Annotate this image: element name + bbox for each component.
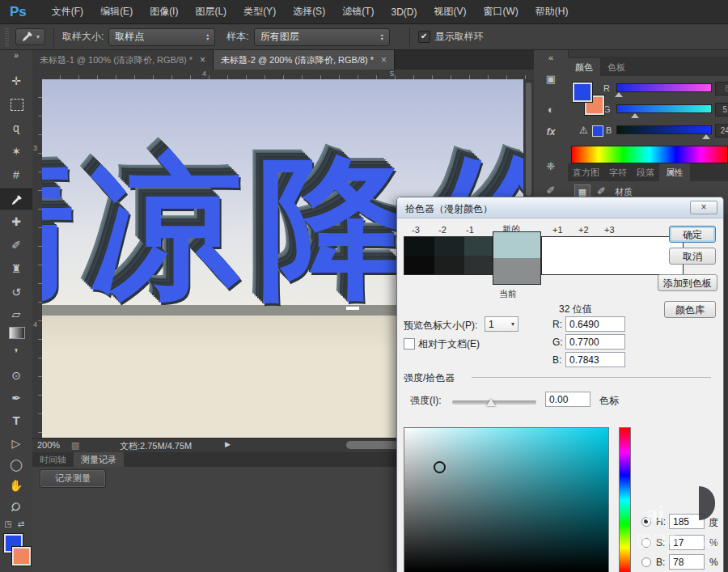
sample-dropdown[interactable]: 所有图层 ▴▾ xyxy=(254,28,390,46)
styles-icon[interactable]: fx xyxy=(534,126,568,138)
magic-wand-tool[interactable]: ✶ xyxy=(0,142,32,161)
close-icon[interactable]: × xyxy=(200,54,205,66)
menu-edit[interactable]: 编辑(E) xyxy=(100,5,133,19)
pen-tool[interactable]: ✒ xyxy=(0,388,32,408)
h-input[interactable]: 185 xyxy=(669,514,705,529)
h-radio[interactable] xyxy=(641,517,651,527)
crop-tool[interactable]: # xyxy=(0,165,32,184)
channel-b-value[interactable]: 245 xyxy=(715,124,728,138)
ok-button[interactable]: 确定 xyxy=(669,226,716,243)
material-brush-icon[interactable]: ✐ xyxy=(597,185,606,197)
menu-window[interactable]: 窗口(W) xyxy=(483,5,518,19)
menu-layer[interactable]: 图层(L) xyxy=(195,5,226,19)
record-measurements-button[interactable]: 记录测量 xyxy=(40,470,105,487)
background-color-swatch[interactable] xyxy=(12,547,31,566)
move-tool[interactable]: ✛ xyxy=(0,71,32,91)
swap-colors-icon[interactable]: ⇄ xyxy=(13,518,29,531)
intensity-input[interactable]: 0.00 xyxy=(545,392,590,407)
menu-image[interactable]: 图像(I) xyxy=(150,5,178,19)
menu-filter[interactable]: 滤镜(T) xyxy=(342,5,374,19)
stop-swatch[interactable] xyxy=(434,256,464,274)
add-to-swatches-button[interactable]: 添加到色板 xyxy=(658,274,717,291)
r32-input[interactable]: 0.6490 xyxy=(565,316,625,332)
channel-g-slider[interactable] xyxy=(616,104,712,113)
status-play-icon[interactable]: ▶ xyxy=(225,440,231,448)
menu-file[interactable]: 文件(F) xyxy=(52,5,83,19)
channel-g-value[interactable]: 51 xyxy=(715,103,728,117)
tab-swatches[interactable]: 色板 xyxy=(600,58,633,76)
brush-tool[interactable]: ✐ xyxy=(0,235,32,255)
eyedropper-tool-chip[interactable]: ▾ xyxy=(15,28,45,45)
clone-source-icon[interactable]: ▣ xyxy=(534,73,568,85)
zoom-level[interactable]: 200% xyxy=(37,440,60,450)
tab-paragraph[interactable]: 段落 xyxy=(632,163,659,181)
menu-3d[interactable]: 3D(D) xyxy=(391,6,417,18)
close-icon[interactable]: × xyxy=(381,54,387,66)
dialog-close-button[interactable]: × xyxy=(690,201,717,214)
b-radio[interactable] xyxy=(641,557,651,567)
intensity-slider-thumb[interactable] xyxy=(486,399,496,406)
stop-swatch[interactable] xyxy=(434,237,464,256)
menu-select[interactable]: 选择(S) xyxy=(293,5,325,19)
healing-brush-tool[interactable]: ✚ xyxy=(0,212,32,231)
show-ring-checkbox[interactable]: ✔ xyxy=(418,31,430,43)
tab-measurement-log[interactable]: 测量记录 xyxy=(74,452,124,467)
ellipse-shape-tool[interactable]: ◯ xyxy=(0,455,32,474)
eraser-tool[interactable]: ▱ xyxy=(0,304,32,324)
menu-help[interactable]: 帮助(H) xyxy=(535,5,569,19)
dodge-tool[interactable]: ⊙ xyxy=(0,366,32,385)
lasso-tool[interactable]: ɋ xyxy=(0,118,32,138)
gamut-proof-swatch[interactable] xyxy=(592,125,603,137)
color-spectrum-ramp[interactable] xyxy=(571,146,728,163)
s-input[interactable]: 17 xyxy=(669,535,705,550)
channel-r-slider[interactable] xyxy=(616,83,712,92)
menu-type[interactable]: 类型(Y) xyxy=(243,5,276,19)
cancel-button[interactable]: 取消 xyxy=(669,248,716,265)
channel-g-thumb[interactable] xyxy=(631,113,639,118)
adjustments-icon[interactable]: ◐ xyxy=(534,104,568,116)
tool-presets-icon[interactable]: ✐ xyxy=(534,184,568,197)
menu-view[interactable]: 视图(V) xyxy=(434,5,466,19)
tab-color[interactable]: 颜色 xyxy=(568,58,600,76)
stop-swatch[interactable] xyxy=(404,256,434,274)
panel-foreground-swatch[interactable] xyxy=(573,83,592,102)
eyedropper-tool[interactable] xyxy=(0,189,32,210)
channel-b-thumb[interactable] xyxy=(702,134,710,139)
channel-b-slider[interactable] xyxy=(616,125,712,134)
gamut-warning-icon[interactable]: ⚠ xyxy=(579,125,588,136)
gradient-tool[interactable] xyxy=(9,327,25,339)
preview-size-dropdown[interactable]: 1 ▾ xyxy=(485,316,518,332)
vertical-scrollbar-thumb[interactable] xyxy=(526,83,531,196)
path-select-tool[interactable]: ▷ xyxy=(0,434,32,453)
channel-r-thumb[interactable] xyxy=(615,92,623,97)
s-radio[interactable] xyxy=(641,538,651,548)
tab-timeline[interactable]: 时间轴 xyxy=(32,452,74,467)
clone-stamp-tool[interactable]: ♜ xyxy=(0,259,32,278)
saturation-brightness-field[interactable] xyxy=(404,427,609,572)
exposure-stops-negative[interactable] xyxy=(404,236,493,275)
exposure-stops-positive[interactable] xyxy=(541,236,684,275)
toolbar-collapse-button[interactable]: » xyxy=(0,50,32,61)
hue-strip[interactable] xyxy=(619,427,631,572)
channel-r-value[interactable]: 8 xyxy=(715,82,728,95)
stop-swatch[interactable] xyxy=(404,237,434,256)
tab-histogram[interactable]: 直方图 xyxy=(568,163,604,181)
stop-swatch[interactable] xyxy=(464,256,492,274)
stop-swatch[interactable] xyxy=(464,237,492,256)
document-tab-2[interactable]: 未标题-2 @ 200% (清凉降价, RGB/8) * × xyxy=(214,50,395,70)
document-tab-1[interactable]: 未标题-1 @ 100% (清凉降价, RGB/8) * × xyxy=(32,50,214,70)
b32-input[interactable]: 0.7843 xyxy=(565,352,625,367)
sample-size-dropdown[interactable]: 取样点 ▴▾ xyxy=(108,28,215,46)
type-tool[interactable]: T xyxy=(0,411,32,430)
history-brush-tool[interactable]: ↺ xyxy=(0,282,32,302)
color-field-marker[interactable] xyxy=(434,461,446,473)
b-input[interactable]: 78 xyxy=(669,554,705,570)
color-libraries-button[interactable]: 颜色库 xyxy=(664,301,716,318)
tab-character[interactable]: 字符 xyxy=(604,163,632,181)
marquee-tool[interactable] xyxy=(11,99,23,111)
g32-input[interactable]: 0.7700 xyxy=(565,334,625,350)
tab-properties[interactable]: 属性 xyxy=(659,163,690,181)
brush-presets-icon[interactable]: ❈ xyxy=(534,160,568,172)
dock-collapse-button[interactable]: « xyxy=(534,53,568,62)
blur-tool[interactable]: ❜ xyxy=(0,343,32,362)
